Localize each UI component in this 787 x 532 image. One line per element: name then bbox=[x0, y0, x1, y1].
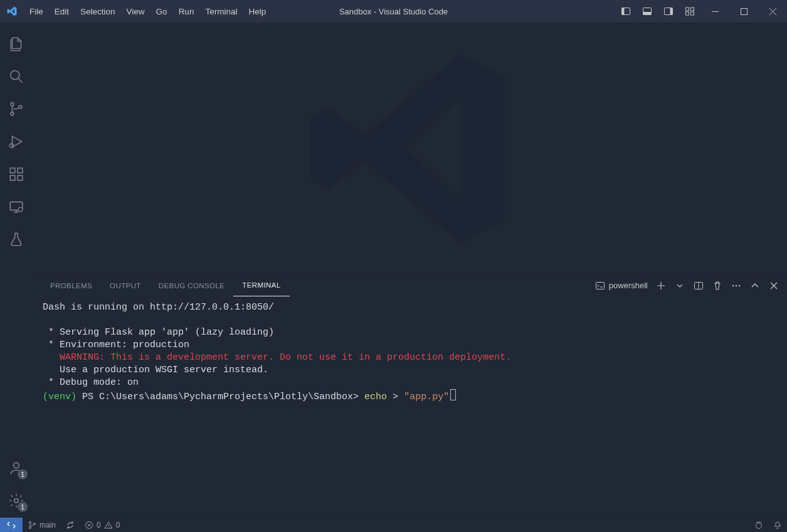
activity-remote-explorer[interactable] bbox=[0, 190, 33, 223]
menu-terminal[interactable]: Terminal bbox=[199, 0, 243, 23]
menu-file[interactable]: File bbox=[24, 0, 49, 23]
status-branch-name: main bbox=[40, 521, 56, 529]
panel-tab-problems[interactable]: Problems bbox=[41, 274, 101, 296]
debug-icon bbox=[8, 133, 24, 150]
svg-point-28 bbox=[732, 284, 734, 286]
terminal-shell-selector[interactable]: powershell bbox=[593, 278, 650, 294]
terminal-more-actions[interactable] bbox=[728, 278, 744, 294]
status-notifications[interactable] bbox=[768, 518, 787, 532]
terminal-command: echo bbox=[364, 392, 387, 402]
window-minimize-button[interactable] bbox=[700, 0, 729, 23]
kill-terminal-button[interactable] bbox=[709, 278, 726, 294]
maximize-panel-button[interactable] bbox=[747, 278, 763, 294]
svg-point-14 bbox=[11, 112, 14, 115]
activity-explorer[interactable] bbox=[0, 28, 33, 60]
warning-icon bbox=[104, 521, 113, 529]
terminal-line: * Environment: production bbox=[43, 340, 189, 350]
split-horizontal-icon bbox=[694, 281, 704, 291]
activity-source-control[interactable] bbox=[0, 93, 33, 125]
activity-extensions[interactable] bbox=[0, 158, 33, 190]
svg-point-12 bbox=[11, 71, 19, 80]
status-warning-count: 0 bbox=[116, 521, 120, 529]
status-bar: main 0 0 bbox=[0, 517, 787, 532]
status-problems[interactable]: 0 0 bbox=[80, 518, 125, 532]
svg-rect-6 bbox=[686, 8, 689, 11]
git-branch-icon bbox=[28, 521, 36, 529]
customize-layout-icon[interactable] bbox=[679, 0, 700, 23]
window-title: Sandbox - Visual Studio Code bbox=[339, 7, 448, 16]
svg-rect-20 bbox=[18, 168, 23, 173]
panel-tab-debug-console[interactable]: Debug Console bbox=[150, 274, 234, 296]
error-icon bbox=[85, 521, 93, 529]
panel-tab-output[interactable]: Output bbox=[101, 274, 150, 296]
terminal-shell-label: powershell bbox=[609, 281, 648, 290]
accounts-badge: 1 bbox=[18, 469, 28, 479]
close-icon bbox=[769, 281, 778, 290]
title-bar: File Edit Selection View Go Run Terminal… bbox=[0, 0, 787, 23]
svg-point-29 bbox=[736, 284, 737, 286]
new-terminal-dropdown[interactable] bbox=[672, 278, 688, 294]
trash-icon bbox=[712, 281, 722, 291]
plus-icon bbox=[656, 281, 666, 291]
vscode-logo-icon bbox=[0, 6, 24, 17]
menu-view[interactable]: View bbox=[121, 0, 151, 23]
menu-go[interactable]: Go bbox=[151, 0, 173, 23]
menu-help[interactable]: Help bbox=[243, 0, 272, 23]
terminal-line: * Debug mode: on bbox=[43, 377, 139, 388]
status-sync[interactable] bbox=[61, 518, 80, 532]
toggle-panel-icon[interactable] bbox=[636, 0, 658, 23]
terminal-cursor bbox=[450, 389, 456, 400]
toggle-primary-sidebar-icon[interactable] bbox=[615, 0, 636, 23]
remote-explorer-icon bbox=[8, 199, 24, 215]
activity-manage[interactable]: 1 bbox=[0, 484, 33, 517]
terminal-argument: "app.py" bbox=[404, 392, 449, 402]
menu-selection[interactable]: Selection bbox=[75, 0, 121, 23]
svg-rect-25 bbox=[596, 282, 604, 289]
panel-tabs: Problems Output Debug Console Terminal p… bbox=[33, 274, 787, 296]
terminal-line bbox=[43, 352, 60, 363]
toggle-secondary-sidebar-icon[interactable] bbox=[658, 0, 679, 23]
activity-run-debug[interactable] bbox=[0, 125, 33, 158]
panel-tab-terminal[interactable]: Terminal bbox=[233, 274, 289, 296]
terminal-line: * Serving Flask app 'app' (lazy loading) bbox=[43, 327, 274, 338]
menu-bar: File Edit Selection View Go Run Terminal… bbox=[24, 0, 272, 23]
activity-search[interactable] bbox=[0, 60, 33, 93]
status-feedback[interactable] bbox=[749, 518, 768, 532]
svg-rect-17 bbox=[10, 168, 15, 173]
window-close-button[interactable] bbox=[758, 0, 787, 23]
svg-point-13 bbox=[11, 103, 14, 106]
svg-point-35 bbox=[756, 523, 762, 528]
activity-accounts[interactable]: 1 bbox=[0, 452, 33, 484]
split-terminal-button[interactable] bbox=[690, 278, 707, 294]
bell-icon bbox=[773, 521, 782, 529]
svg-rect-19 bbox=[18, 175, 23, 180]
settings-badge: 1 bbox=[18, 502, 28, 512]
status-branch[interactable]: main bbox=[23, 518, 61, 532]
terminal-venv: (venv) bbox=[43, 392, 77, 402]
activity-testing[interactable] bbox=[0, 223, 33, 256]
status-error-count: 0 bbox=[97, 521, 101, 529]
ellipsis-icon bbox=[731, 281, 741, 291]
beaker-icon bbox=[8, 231, 24, 248]
svg-rect-1 bbox=[622, 8, 625, 15]
svg-rect-10 bbox=[712, 11, 719, 12]
window-maximize-button[interactable] bbox=[729, 0, 758, 23]
new-terminal-button[interactable] bbox=[653, 278, 669, 294]
svg-rect-5 bbox=[670, 8, 673, 15]
menu-run[interactable]: Run bbox=[173, 0, 200, 23]
chevron-up-icon bbox=[751, 281, 759, 290]
svg-point-32 bbox=[29, 526, 31, 528]
svg-rect-18 bbox=[10, 175, 15, 180]
svg-point-31 bbox=[29, 521, 31, 523]
status-remote-button[interactable] bbox=[0, 518, 23, 532]
svg-point-16 bbox=[9, 143, 14, 148]
svg-point-24 bbox=[14, 499, 19, 503]
source-control-icon bbox=[8, 101, 24, 117]
menu-edit[interactable]: Edit bbox=[49, 0, 75, 23]
feedback-icon bbox=[754, 521, 763, 529]
terminal-output[interactable]: Dash is running on http://127.0.0.1:8050… bbox=[33, 296, 787, 517]
terminal-icon bbox=[595, 281, 605, 291]
close-panel-button[interactable] bbox=[766, 278, 782, 294]
terminal-line: Dash is running on http://127.0.0.1:8050… bbox=[43, 302, 274, 313]
editor-area-empty bbox=[33, 23, 787, 274]
